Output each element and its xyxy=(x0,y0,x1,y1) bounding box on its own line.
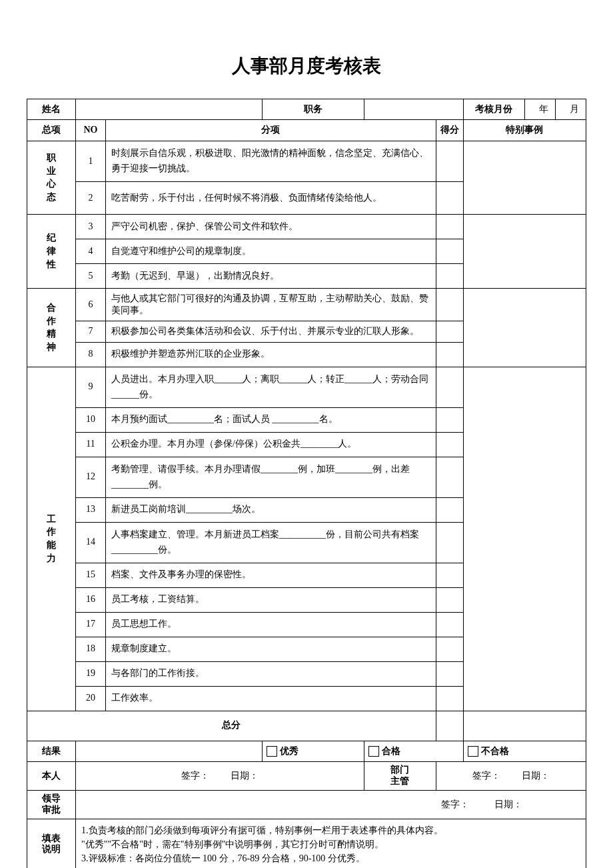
row-score[interactable] xyxy=(436,661,463,686)
row-item: 规章制度建立。 xyxy=(106,637,436,661)
row-score[interactable] xyxy=(436,321,463,342)
total-row: 总分 xyxy=(27,711,586,741)
row-score[interactable] xyxy=(436,263,463,288)
row-item: 员工思想工作。 xyxy=(106,612,436,637)
row-score[interactable] xyxy=(436,239,463,263)
row-score[interactable] xyxy=(436,587,463,612)
instructions-label: 填表 说明 xyxy=(27,819,76,868)
row-no: 14 xyxy=(76,522,106,563)
row-item: 公积金办理。本月办理（参保/停保）公积金共________人。 xyxy=(106,432,436,457)
row-score[interactable] xyxy=(436,612,463,637)
name-value[interactable] xyxy=(76,99,263,120)
row-item: 考勤（无迟到、早退），出勤情况良好。 xyxy=(106,263,436,288)
row-score[interactable] xyxy=(436,342,463,367)
result-fail[interactable]: 不合格 xyxy=(463,741,586,761)
self-label: 本人 xyxy=(27,761,76,790)
row-item: 人员进出。本月办理入职______人；离职______人；转正______人；劳… xyxy=(106,367,436,407)
name-label: 姓名 xyxy=(27,99,76,120)
header-info-row: 姓名 职务 考核月份 年 月 xyxy=(27,99,586,120)
row-no: 5 xyxy=(76,263,106,288)
row-item: 吃苦耐劳，乐于付出，任何时候不将消极、负面情绪传染给他人。 xyxy=(106,181,436,214)
year-suffix: 年 xyxy=(525,99,556,120)
row-score[interactable] xyxy=(436,367,463,407)
row-score[interactable] xyxy=(436,686,463,711)
leader-sign[interactable]: 签字： 日期： xyxy=(76,790,586,819)
month-suffix: 月 xyxy=(556,99,586,120)
row-score[interactable] xyxy=(436,522,463,563)
row-item: 时刻展示自信乐观，积极进取、阳光激情的精神面貌，信念坚定、充满信心、勇于迎接一切… xyxy=(106,141,436,181)
row-score[interactable] xyxy=(436,181,463,214)
row-special[interactable] xyxy=(463,141,586,214)
row-item: 与他人或其它部门可很好的沟通及协调，互帮互助，主动帮助关心、鼓励、赞美同事。 xyxy=(106,288,436,321)
page-title: 人事部月度考核表 xyxy=(27,53,586,79)
row-item: 工作效率。 xyxy=(106,686,436,711)
row-no: 7 xyxy=(76,321,106,342)
row-no: 18 xyxy=(76,637,106,661)
result-excellent[interactable]: 优秀 xyxy=(262,741,364,761)
col-no: NO xyxy=(76,120,106,141)
row-no: 3 xyxy=(76,214,106,239)
section-label-4: 工 作 能 力 xyxy=(27,367,76,711)
row-no: 1 xyxy=(76,141,106,181)
row-score[interactable] xyxy=(436,563,463,587)
row-no: 6 xyxy=(76,288,106,321)
row-no: 13 xyxy=(76,497,106,522)
row-no: 4 xyxy=(76,239,106,263)
total-special[interactable] xyxy=(463,711,586,741)
section-label-3: 合 作 精 神 xyxy=(27,288,76,367)
result-blank-1[interactable] xyxy=(76,741,263,761)
row-item: 本月预约面试__________名；面试人员 __________名。 xyxy=(106,407,436,432)
total-score[interactable] xyxy=(436,711,463,741)
col-score: 得分 xyxy=(436,120,463,141)
row-score[interactable] xyxy=(436,214,463,239)
row-item: 自觉遵守和维护公司的规章制度。 xyxy=(106,239,436,263)
dept-label: 部门 主管 xyxy=(364,761,436,790)
row-no: 8 xyxy=(76,342,106,367)
table-row: 合 作 精 神 6 与他人或其它部门可很好的沟通及协调，互帮互助，主动帮助关心、… xyxy=(27,288,586,321)
table-row: 纪 律 性 3 严守公司机密，保护、保管公司文件和软件。 xyxy=(27,214,586,239)
row-score[interactable] xyxy=(436,497,463,522)
instructions-text: 1.负责考核的部门必须做到每项评分有据可循，特别事例一栏用于表述事件的具体内容。… xyxy=(76,819,586,868)
column-header-row: 总项 NO 分项 得分 特别事例 xyxy=(27,120,586,141)
row-no: 16 xyxy=(76,587,106,612)
row-no: 17 xyxy=(76,612,106,637)
total-label: 总分 xyxy=(27,711,436,741)
row-score[interactable] xyxy=(436,637,463,661)
row-no: 2 xyxy=(76,181,106,214)
position-value[interactable] xyxy=(364,99,464,120)
row-score[interactable] xyxy=(436,432,463,457)
row-item: 与各部门的工作衔接。 xyxy=(106,661,436,686)
col-category: 总项 xyxy=(27,120,76,141)
row-item: 严守公司机密，保护、保管公司文件和软件。 xyxy=(106,214,436,239)
col-special: 特别事例 xyxy=(463,120,586,141)
self-signature-row: 本人 签字： 日期： 部门 主管 签字： 日期： xyxy=(27,761,586,790)
row-score[interactable] xyxy=(436,407,463,432)
row-score[interactable] xyxy=(436,141,463,181)
row-special[interactable] xyxy=(463,214,586,288)
row-score[interactable] xyxy=(436,457,463,497)
assessment-table: 姓名 职务 考核月份 年 月 总项 NO 分项 得分 特别事例 职 业 心 态 … xyxy=(27,99,586,868)
row-item: 考勤管理、请假手续。本月办理请假________例，加班________例，出差… xyxy=(106,457,436,497)
row-special[interactable] xyxy=(463,367,586,711)
row-item: 积极参加公司各类集体活动和会议、乐于付出、并展示专业的汇联人形象。 xyxy=(106,321,436,342)
section-label-2: 纪 律 性 xyxy=(27,214,76,288)
row-score[interactable] xyxy=(436,288,463,321)
result-label: 结果 xyxy=(27,741,76,761)
row-no: 11 xyxy=(76,432,106,457)
row-item: 员工考核，工资结算。 xyxy=(106,587,436,612)
table-row: 工 作 能 力 9 人员进出。本月办理入职______人；离职______人；转… xyxy=(27,367,586,407)
result-pass[interactable]: 合格 xyxy=(364,741,464,761)
self-sign[interactable]: 签字： 日期： xyxy=(76,761,364,790)
row-no: 19 xyxy=(76,661,106,686)
leader-signature-row: 领导 审批 签字： 日期： xyxy=(27,790,586,819)
row-no: 12 xyxy=(76,457,106,497)
row-no: 20 xyxy=(76,686,106,711)
row-special[interactable] xyxy=(463,288,586,367)
instructions-row: 填表 说明 1.负责考核的部门必须做到每项评分有据可循，特别事例一栏用于表述事件… xyxy=(27,819,586,868)
dept-sign[interactable]: 签字： 日期： xyxy=(436,761,586,790)
row-no: 10 xyxy=(76,407,106,432)
table-row: 职 业 心 态 1 时刻展示自信乐观，积极进取、阳光激情的精神面貌，信念坚定、充… xyxy=(27,141,586,181)
row-no: 15 xyxy=(76,563,106,587)
row-item: 人事档案建立、管理。本月新进员工档案__________份，目前公司共有档案__… xyxy=(106,522,436,563)
result-row: 结果 优秀 合格 不合格 xyxy=(27,741,586,761)
